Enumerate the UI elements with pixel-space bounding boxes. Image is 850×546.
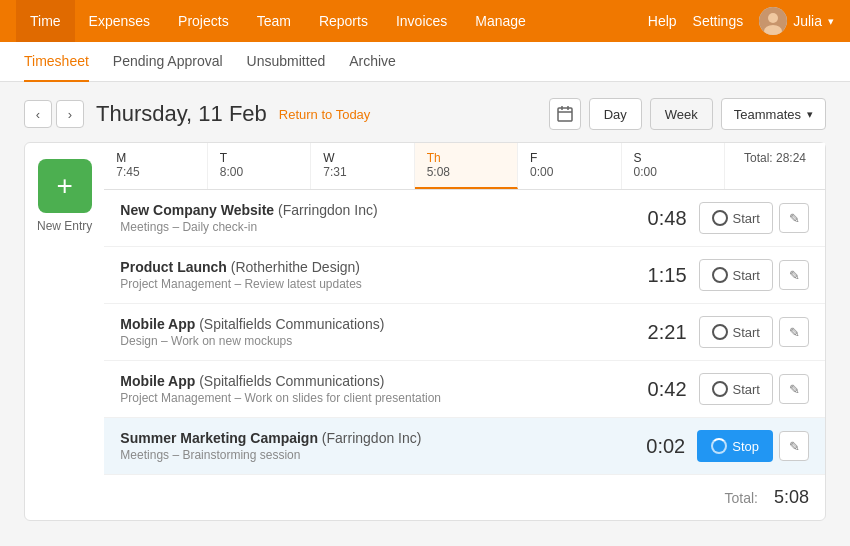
pencil-icon: ✎ [789, 211, 800, 226]
day-time-wed: 7:31 [323, 165, 346, 179]
total-row: Total: 5:08 [104, 475, 825, 520]
entry-time: 0:02 [635, 435, 685, 458]
teammates-label: Teammates [734, 107, 801, 122]
entry-category: Project Management [120, 277, 231, 291]
edit-button[interactable]: ✎ [779, 431, 809, 461]
date-title: Thursday, 11 Feb [96, 101, 267, 127]
subnav-pending-approval[interactable]: Pending Approval [113, 42, 223, 82]
entry-project: New Company Website [120, 202, 274, 218]
entry-subtitle: Project Management – Work on slides for … [120, 391, 624, 405]
timer-icon [712, 210, 728, 226]
teammates-btn[interactable]: Teammates ▾ [721, 98, 826, 130]
entry-description: Work on slides for client presentation [244, 391, 441, 405]
day-letter-thu: Th [427, 151, 505, 165]
start-button[interactable]: Start [699, 259, 773, 291]
nav-invoices[interactable]: Invoices [382, 0, 461, 42]
entry-sep: – [234, 391, 244, 405]
day-cell-sat: S 0:00 [622, 143, 725, 189]
user-badge[interactable]: Julia ▾ [759, 7, 834, 35]
entry-actions: Start ✎ [699, 316, 809, 348]
day-time-fri: 0:00 [530, 165, 553, 179]
pencil-icon: ✎ [789, 325, 800, 340]
return-today-link[interactable]: Return to Today [279, 107, 371, 122]
date-bar: ‹ › Thursday, 11 Feb Return to Today Day… [24, 98, 826, 130]
nav-manage[interactable]: Manage [461, 0, 540, 42]
stop-label: Stop [732, 439, 759, 454]
svg-rect-3 [558, 108, 572, 121]
edit-button[interactable]: ✎ [779, 203, 809, 233]
entry-subtitle: Design – Work on new mockups [120, 334, 624, 348]
user-name: Julia [793, 13, 822, 29]
subnav-archive[interactable]: Archive [349, 42, 396, 82]
next-arrow[interactable]: › [56, 100, 84, 128]
edit-button[interactable]: ✎ [779, 260, 809, 290]
entry-subtitle: Project Management – Review latest updat… [120, 277, 624, 291]
entry-row: Product Launch (Rotherhithe Design) Proj… [104, 247, 825, 304]
new-entry-col: + New Entry [25, 143, 104, 520]
start-button[interactable]: Start [699, 316, 773, 348]
day-cell-tue: T 8:00 [208, 143, 311, 189]
start-button[interactable]: Start [699, 202, 773, 234]
entry-actions: Stop ✎ [697, 430, 809, 462]
nav-projects[interactable]: Projects [164, 0, 243, 42]
nav-time[interactable]: Time [16, 0, 75, 42]
pencil-icon: ✎ [789, 382, 800, 397]
entry-title: Summer Marketing Campaign (Farringdon In… [120, 430, 623, 446]
day-cell-fri: F 0:00 [518, 143, 621, 189]
subnav-timesheet[interactable]: Timesheet [24, 42, 89, 82]
nav-items: Time Expenses Projects Team Reports Invo… [16, 0, 648, 42]
entry-category: Project Management [120, 391, 231, 405]
day-view-btn[interactable]: Day [589, 98, 642, 130]
entry-time: 0:42 [637, 378, 687, 401]
settings-link[interactable]: Settings [693, 13, 744, 29]
total-amount: 5:08 [774, 487, 809, 508]
subnav-unsubmitted[interactable]: Unsubmitted [247, 42, 326, 82]
day-letter-sat: S [634, 151, 712, 165]
entry-client: (Rotherhithe Design) [231, 259, 360, 275]
svg-point-1 [768, 13, 778, 23]
entry-row: Mobile App (Spitalfields Communications)… [104, 304, 825, 361]
entry-client: (Spitalfields Communications) [199, 316, 384, 332]
nav-expenses[interactable]: Expenses [75, 0, 164, 42]
start-label: Start [733, 268, 760, 283]
content-wrapper: + New Entry M 7:45 T 8:00 W 7:31 [24, 142, 826, 521]
edit-button[interactable]: ✎ [779, 317, 809, 347]
start-button[interactable]: Start [699, 373, 773, 405]
day-cell-thu[interactable]: Th 5:08 [415, 143, 518, 189]
entry-category: Design [120, 334, 157, 348]
week-view-btn[interactable]: Week [650, 98, 713, 130]
timer-icon [712, 267, 728, 283]
entry-client: (Farringdon Inc) [278, 202, 378, 218]
day-time-mon: 7:45 [116, 165, 139, 179]
timesheet-col: M 7:45 T 8:00 W 7:31 Th 5:08 F 0:00 [104, 143, 825, 520]
edit-button[interactable]: ✎ [779, 374, 809, 404]
prev-arrow[interactable]: ‹ [24, 100, 52, 128]
week-total-header: Total: 28:24 [725, 143, 825, 189]
nav-team[interactable]: Team [243, 0, 305, 42]
entry-row: Summer Marketing Campaign (Farringdon In… [104, 418, 825, 475]
entry-actions: Start ✎ [699, 373, 809, 405]
timer-icon [712, 381, 728, 397]
pencil-icon: ✎ [789, 268, 800, 283]
day-cell-wed: W 7:31 [311, 143, 414, 189]
user-avatar [759, 7, 787, 35]
day-cell-mon: M 7:45 [104, 143, 207, 189]
entry-title: New Company Website (Farringdon Inc) [120, 202, 624, 218]
nav-arrows: ‹ › [24, 100, 84, 128]
start-label: Start [733, 325, 760, 340]
date-bar-right: Day Week Teammates ▾ [549, 98, 826, 130]
entry-row: Mobile App (Spitalfields Communications)… [104, 361, 825, 418]
entry-info: Mobile App (Spitalfields Communications)… [120, 316, 624, 348]
help-link[interactable]: Help [648, 13, 677, 29]
stop-button[interactable]: Stop [697, 430, 773, 462]
day-letter-wed: W [323, 151, 401, 165]
entry-title: Mobile App (Spitalfields Communications) [120, 316, 624, 332]
entry-description: Review latest updates [244, 277, 361, 291]
nav-reports[interactable]: Reports [305, 0, 382, 42]
new-entry-button[interactable]: + [38, 159, 92, 213]
calendar-icon-btn[interactable] [549, 98, 581, 130]
entry-sep: – [161, 334, 171, 348]
entry-title: Mobile App (Spitalfields Communications) [120, 373, 624, 389]
entry-actions: Start ✎ [699, 202, 809, 234]
entry-description: Brainstorming session [182, 448, 300, 462]
